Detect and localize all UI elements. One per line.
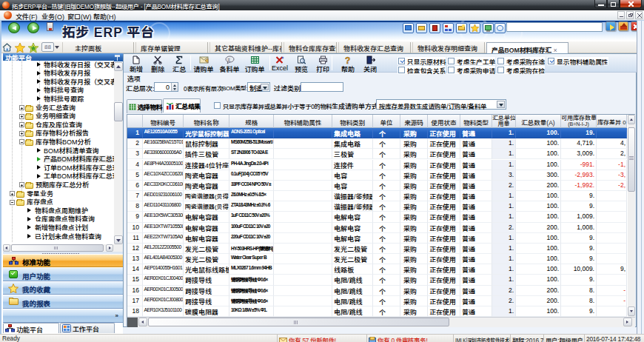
svg-text:?: ? [345,56,350,64]
svg-text:≡: ≡ [227,58,230,62]
